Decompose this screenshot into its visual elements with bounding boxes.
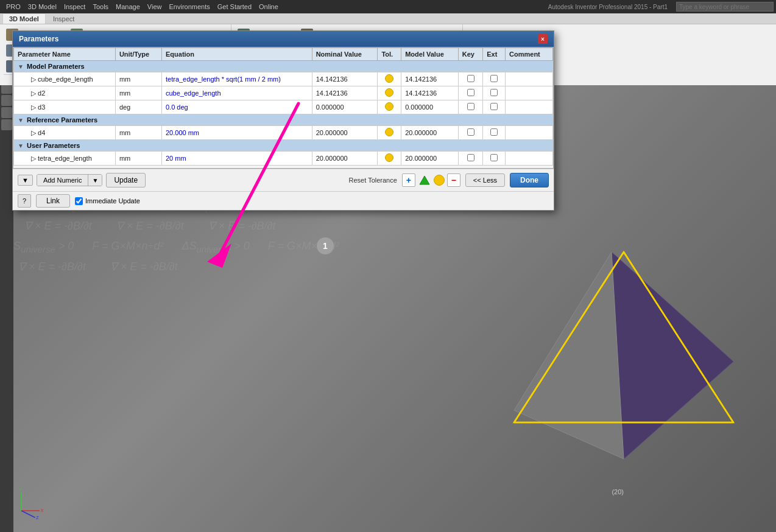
table-row[interactable]: ▷ d2 mm cube_edge_length 14.142136 14.14… xyxy=(14,86,553,100)
ext-check-d2[interactable] xyxy=(490,89,498,96)
filter-button[interactable]: ▼ xyxy=(18,175,33,186)
annotation-circle-1: 1 xyxy=(317,237,334,254)
param-ext-d3[interactable] xyxy=(483,100,506,114)
menu-online[interactable]: Online xyxy=(255,3,282,10)
param-name-d3: ▷ d3 xyxy=(14,100,116,114)
expand-d2[interactable]: ▷ xyxy=(31,89,36,97)
tol-dot-cube-edge xyxy=(385,74,393,83)
param-ext-d4[interactable] xyxy=(483,126,506,140)
key-check-d4[interactable] xyxy=(467,128,474,136)
add-numeric-button[interactable]: Add Numeric xyxy=(37,175,89,186)
group-model-parameters[interactable]: ▼ Model Parameters xyxy=(14,61,553,72)
search-input[interactable] xyxy=(676,2,774,12)
sidebar-icon-5[interactable] xyxy=(1,119,12,130)
key-check-d2[interactable] xyxy=(467,89,474,96)
col-equation: Equation xyxy=(161,48,312,61)
menu-tools[interactable]: Tools xyxy=(89,3,112,10)
expand-d3[interactable]: ▷ xyxy=(31,103,36,111)
dialog-close-button[interactable]: × xyxy=(538,34,548,44)
table-row[interactable]: ▷ tetra_edge_length mm 20 mm 20.000000 2… xyxy=(14,152,553,166)
update-button[interactable]: Update xyxy=(106,173,146,187)
dialog-title-text: Parameters xyxy=(19,35,58,43)
tol-minus-button[interactable]: − xyxy=(447,173,460,187)
param-nominal-d2: 14.142136 xyxy=(312,86,378,100)
col-comment: Comment xyxy=(506,48,553,61)
param-modelval-cube-edge: 14.142136 xyxy=(401,72,459,86)
svg-text:Y: Y xyxy=(19,487,22,492)
less-button[interactable]: << Less xyxy=(465,173,505,187)
group-reference-parameters[interactable]: ▼ Reference Parameters xyxy=(14,114,553,126)
param-key-d2[interactable] xyxy=(458,86,483,100)
help-button[interactable]: ? xyxy=(18,194,31,208)
param-modelval-d3: 0.000000 xyxy=(401,100,459,114)
immediate-update-checkbox[interactable] xyxy=(75,197,83,205)
menu-view[interactable]: View xyxy=(144,3,166,10)
expand-cube-edge[interactable]: ▷ xyxy=(31,75,36,83)
ext-check-cube-edge[interactable] xyxy=(490,75,498,82)
annotation-number: 1 xyxy=(323,241,328,251)
tol-triangle-button[interactable] xyxy=(418,173,431,187)
sidebar-icon-4[interactable] xyxy=(1,107,12,118)
ext-check-tetra[interactable] xyxy=(490,154,498,161)
param-ext-cube-edge[interactable] xyxy=(483,72,506,86)
coords-label: (20) xyxy=(612,488,624,495)
expand-model-params[interactable]: ▼ xyxy=(18,63,24,70)
menu-pro[interactable]: PRO xyxy=(2,3,24,10)
menu-inspect[interactable]: Inspect xyxy=(60,3,89,10)
key-check-cube-edge[interactable] xyxy=(467,75,474,82)
param-name-d4: ▷ d4 xyxy=(14,126,116,140)
param-key-d3[interactable] xyxy=(458,100,483,114)
ext-check-d3[interactable] xyxy=(490,103,498,110)
app-title: Autodesk Inventor Professional 2015 - Pa… xyxy=(545,4,671,10)
param-comment-tetra[interactable] xyxy=(506,152,553,166)
param-key-cube-edge[interactable] xyxy=(458,72,483,86)
expand-tetra[interactable]: ▷ xyxy=(31,155,36,162)
tab-3dmodel[interactable]: 3D Model xyxy=(2,13,46,24)
group-user-params-label: User Parameters xyxy=(27,142,80,149)
axis-indicator: X Y Z xyxy=(12,483,49,520)
link-button[interactable]: Link xyxy=(36,194,70,208)
param-nominal-d4: 20.000000 xyxy=(312,126,378,140)
tol-plus-button[interactable]: + xyxy=(402,173,415,187)
param-comment-d2[interactable] xyxy=(506,86,553,100)
param-ext-tetra[interactable] xyxy=(483,152,506,166)
group-user-parameters[interactable]: ▼ User Parameters xyxy=(14,140,553,152)
dialog-footer-row2: ? Link Immediate Update xyxy=(13,191,554,210)
menu-getstarted[interactable]: Get Started xyxy=(214,3,255,10)
param-unit-d3: deg xyxy=(115,100,161,114)
param-comment-d4[interactable] xyxy=(506,126,553,140)
key-check-d3[interactable] xyxy=(467,103,474,110)
param-tol-d4 xyxy=(378,126,401,140)
dialog-titlebar[interactable]: Parameters × xyxy=(13,31,554,47)
expand-d4[interactable]: ▷ xyxy=(31,129,36,136)
param-eq-cube-edge[interactable]: tetra_edge_length * sqrt(1 mm / 2 mm) xyxy=(161,72,312,86)
param-eq-d4[interactable]: 20.000 mm xyxy=(161,126,312,140)
key-check-tetra[interactable] xyxy=(467,154,474,161)
param-key-d4[interactable] xyxy=(458,126,483,140)
sidebar-icon-3[interactable] xyxy=(1,95,12,106)
add-numeric-dropdown[interactable]: ▼ xyxy=(88,175,102,186)
ext-check-d4[interactable] xyxy=(490,128,498,136)
param-eq-d2[interactable]: cube_edge_length xyxy=(161,86,312,100)
tol-circle-button[interactable] xyxy=(434,175,445,186)
param-eq-d3[interactable]: 0.0 deg xyxy=(161,100,312,114)
tab-inspect[interactable]: Inspect xyxy=(47,14,80,24)
table-row[interactable]: ▷ cube_edge_length mm tetra_edge_length … xyxy=(14,72,553,86)
menu-environments[interactable]: Environments xyxy=(166,3,214,10)
param-comment-d3[interactable] xyxy=(506,100,553,114)
expand-user-params[interactable]: ▼ xyxy=(18,142,24,149)
param-ext-d2[interactable] xyxy=(483,86,506,100)
expand-ref-params[interactable]: ▼ xyxy=(18,117,24,124)
param-key-tetra[interactable] xyxy=(458,152,483,166)
table-row[interactable]: ▷ d4 mm 20.000 mm 20.000000 20.000000 xyxy=(14,126,553,140)
menu-3dmodel[interactable]: 3D Model xyxy=(24,3,60,10)
param-comment-cube-edge[interactable] xyxy=(506,72,553,86)
3d-shape xyxy=(502,240,746,483)
param-unit-tetra: mm xyxy=(115,152,161,166)
parameters-table-container[interactable]: Parameter Name Unit/Type Equation Nomina… xyxy=(13,47,554,169)
param-eq-tetra[interactable]: 20 mm xyxy=(161,152,312,166)
menu-manage[interactable]: Manage xyxy=(112,3,144,10)
tolerance-controls: + − xyxy=(402,173,460,187)
done-button[interactable]: Done xyxy=(510,173,549,187)
table-row[interactable]: ▷ d3 deg 0.0 deg 0.000000 0.000000 xyxy=(14,100,553,114)
